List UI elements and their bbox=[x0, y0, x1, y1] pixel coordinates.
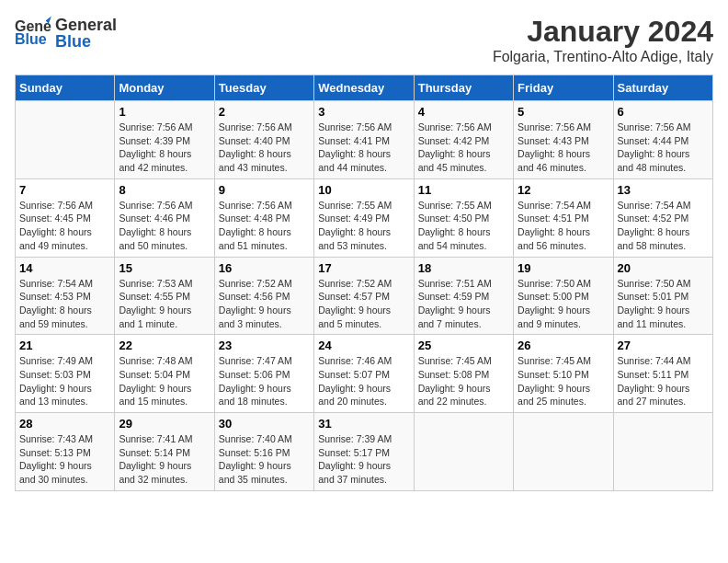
logo-blue-text: Blue bbox=[55, 33, 117, 50]
day-info: Sunrise: 7:41 AM Sunset: 5:14 PM Dayligh… bbox=[119, 432, 210, 487]
day-cell: 12Sunrise: 7:54 AM Sunset: 4:51 PM Dayli… bbox=[514, 178, 613, 257]
day-cell: 19Sunrise: 7:50 AM Sunset: 5:00 PM Dayli… bbox=[514, 257, 613, 335]
day-number: 19 bbox=[518, 261, 609, 275]
day-number: 18 bbox=[418, 261, 509, 275]
week-row-0: 1Sunrise: 7:56 AM Sunset: 4:39 PM Daylig… bbox=[16, 101, 713, 179]
day-info: Sunrise: 7:56 AM Sunset: 4:45 PM Dayligh… bbox=[19, 199, 110, 253]
day-number: 26 bbox=[518, 339, 609, 352]
day-info: Sunrise: 7:54 AM Sunset: 4:53 PM Dayligh… bbox=[19, 277, 110, 331]
day-number: 16 bbox=[219, 261, 310, 275]
day-number: 22 bbox=[119, 339, 210, 352]
day-cell: 17Sunrise: 7:52 AM Sunset: 4:57 PM Dayli… bbox=[314, 257, 414, 335]
day-cell: 4Sunrise: 7:56 AM Sunset: 4:42 PM Daylig… bbox=[414, 101, 513, 179]
day-cell: 16Sunrise: 7:52 AM Sunset: 4:56 PM Dayli… bbox=[214, 257, 313, 335]
day-cell: 22Sunrise: 7:48 AM Sunset: 5:04 PM Dayli… bbox=[115, 335, 214, 413]
day-number: 31 bbox=[318, 417, 409, 431]
day-number: 30 bbox=[219, 417, 310, 431]
day-cell: 21Sunrise: 7:49 AM Sunset: 5:03 PM Dayli… bbox=[16, 335, 115, 413]
day-number: 23 bbox=[219, 339, 310, 352]
day-info: Sunrise: 7:56 AM Sunset: 4:40 PM Dayligh… bbox=[219, 121, 310, 175]
day-info: Sunrise: 7:56 AM Sunset: 4:41 PM Dayligh… bbox=[318, 121, 409, 175]
day-info: Sunrise: 7:54 AM Sunset: 4:51 PM Dayligh… bbox=[518, 199, 609, 253]
day-number: 9 bbox=[219, 183, 310, 197]
day-cell: 9Sunrise: 7:56 AM Sunset: 4:48 PM Daylig… bbox=[214, 178, 313, 257]
day-number: 4 bbox=[418, 105, 509, 119]
day-cell: 24Sunrise: 7:46 AM Sunset: 5:07 PM Dayli… bbox=[314, 335, 414, 413]
title-block: January 2024 Folgaria, Trentino-Alto Adi… bbox=[493, 15, 713, 65]
day-info: Sunrise: 7:53 AM Sunset: 4:55 PM Dayligh… bbox=[119, 277, 210, 331]
day-cell bbox=[16, 101, 115, 179]
day-cell: 30Sunrise: 7:40 AM Sunset: 5:16 PM Dayli… bbox=[214, 413, 313, 491]
header-row: SundayMondayTuesdayWednesdayThursdayFrid… bbox=[16, 75, 713, 101]
day-cell: 18Sunrise: 7:51 AM Sunset: 4:59 PM Dayli… bbox=[414, 257, 513, 335]
day-number: 5 bbox=[518, 105, 609, 119]
day-cell: 2Sunrise: 7:56 AM Sunset: 4:40 PM Daylig… bbox=[214, 101, 313, 179]
day-cell: 29Sunrise: 7:41 AM Sunset: 5:14 PM Dayli… bbox=[115, 413, 214, 491]
day-cell: 7Sunrise: 7:56 AM Sunset: 4:45 PM Daylig… bbox=[16, 178, 115, 257]
logo-general-text: General bbox=[55, 17, 117, 33]
day-info: Sunrise: 7:51 AM Sunset: 4:59 PM Dayligh… bbox=[418, 277, 509, 331]
day-info: Sunrise: 7:43 AM Sunset: 5:13 PM Dayligh… bbox=[19, 432, 110, 487]
day-number: 12 bbox=[518, 183, 609, 197]
day-number: 28 bbox=[19, 417, 110, 431]
day-number: 20 bbox=[618, 261, 709, 275]
day-info: Sunrise: 7:56 AM Sunset: 4:43 PM Dayligh… bbox=[518, 121, 609, 175]
day-cell bbox=[414, 413, 513, 491]
header-cell-friday: Friday bbox=[514, 75, 613, 101]
calendar-table: SundayMondayTuesdayWednesdayThursdayFrid… bbox=[15, 75, 713, 491]
header-cell-tuesday: Tuesday bbox=[214, 75, 313, 101]
day-number: 3 bbox=[318, 105, 409, 119]
day-info: Sunrise: 7:45 AM Sunset: 5:10 PM Dayligh… bbox=[518, 354, 609, 408]
day-cell: 3Sunrise: 7:56 AM Sunset: 4:41 PM Daylig… bbox=[314, 101, 414, 179]
day-cell: 28Sunrise: 7:43 AM Sunset: 5:13 PM Dayli… bbox=[16, 413, 115, 491]
day-cell: 5Sunrise: 7:56 AM Sunset: 4:43 PM Daylig… bbox=[514, 101, 613, 179]
day-cell: 31Sunrise: 7:39 AM Sunset: 5:17 PM Dayli… bbox=[314, 413, 414, 491]
day-number: 15 bbox=[119, 261, 210, 275]
day-info: Sunrise: 7:52 AM Sunset: 4:57 PM Dayligh… bbox=[318, 277, 409, 331]
day-number: 8 bbox=[119, 183, 210, 197]
day-number: 25 bbox=[418, 339, 509, 352]
day-cell: 13Sunrise: 7:54 AM Sunset: 4:52 PM Dayli… bbox=[613, 178, 712, 257]
day-cell: 15Sunrise: 7:53 AM Sunset: 4:55 PM Dayli… bbox=[115, 257, 214, 335]
day-info: Sunrise: 7:40 AM Sunset: 5:16 PM Dayligh… bbox=[219, 432, 310, 487]
week-row-4: 28Sunrise: 7:43 AM Sunset: 5:13 PM Dayli… bbox=[16, 413, 713, 491]
day-number: 17 bbox=[318, 261, 409, 275]
calendar-title: January 2024 bbox=[493, 15, 713, 49]
day-cell bbox=[613, 413, 712, 491]
week-row-3: 21Sunrise: 7:49 AM Sunset: 5:03 PM Dayli… bbox=[16, 335, 713, 413]
week-row-1: 7Sunrise: 7:56 AM Sunset: 4:45 PM Daylig… bbox=[16, 178, 713, 257]
day-info: Sunrise: 7:54 AM Sunset: 4:52 PM Dayligh… bbox=[618, 199, 709, 253]
day-cell: 1Sunrise: 7:56 AM Sunset: 4:39 PM Daylig… bbox=[115, 101, 214, 179]
day-cell: 27Sunrise: 7:44 AM Sunset: 5:11 PM Dayli… bbox=[613, 335, 712, 413]
day-number: 27 bbox=[618, 339, 709, 352]
day-number: 11 bbox=[418, 183, 509, 197]
day-info: Sunrise: 7:45 AM Sunset: 5:08 PM Dayligh… bbox=[418, 354, 509, 408]
day-info: Sunrise: 7:39 AM Sunset: 5:17 PM Dayligh… bbox=[318, 432, 409, 487]
header-cell-sunday: Sunday bbox=[16, 75, 115, 101]
day-info: Sunrise: 7:56 AM Sunset: 4:39 PM Dayligh… bbox=[119, 121, 210, 175]
day-info: Sunrise: 7:49 AM Sunset: 5:03 PM Dayligh… bbox=[19, 354, 110, 408]
svg-text:Blue: Blue bbox=[15, 31, 47, 47]
day-info: Sunrise: 7:55 AM Sunset: 4:50 PM Dayligh… bbox=[418, 199, 509, 253]
day-cell: 25Sunrise: 7:45 AM Sunset: 5:08 PM Dayli… bbox=[414, 335, 513, 413]
day-cell: 10Sunrise: 7:55 AM Sunset: 4:49 PM Dayli… bbox=[314, 178, 414, 257]
day-number: 7 bbox=[19, 183, 110, 197]
day-number: 10 bbox=[318, 183, 409, 197]
day-cell: 26Sunrise: 7:45 AM Sunset: 5:10 PM Dayli… bbox=[514, 335, 613, 413]
day-info: Sunrise: 7:50 AM Sunset: 5:00 PM Dayligh… bbox=[518, 277, 609, 331]
day-number: 21 bbox=[19, 339, 110, 352]
logo-icon: General Blue bbox=[15, 15, 51, 52]
day-cell: 11Sunrise: 7:55 AM Sunset: 4:50 PM Dayli… bbox=[414, 178, 513, 257]
day-info: Sunrise: 7:47 AM Sunset: 5:06 PM Dayligh… bbox=[219, 354, 310, 408]
day-info: Sunrise: 7:50 AM Sunset: 5:01 PM Dayligh… bbox=[618, 277, 709, 331]
day-cell: 23Sunrise: 7:47 AM Sunset: 5:06 PM Dayli… bbox=[214, 335, 313, 413]
day-cell: 14Sunrise: 7:54 AM Sunset: 4:53 PM Dayli… bbox=[16, 257, 115, 335]
day-info: Sunrise: 7:48 AM Sunset: 5:04 PM Dayligh… bbox=[119, 354, 210, 408]
day-info: Sunrise: 7:44 AM Sunset: 5:11 PM Dayligh… bbox=[618, 354, 709, 408]
day-number: 29 bbox=[119, 417, 210, 431]
day-number: 14 bbox=[19, 261, 110, 275]
day-info: Sunrise: 7:56 AM Sunset: 4:44 PM Dayligh… bbox=[618, 121, 709, 175]
page-header: General Blue General Blue January 2024 F… bbox=[15, 15, 713, 65]
day-number: 2 bbox=[219, 105, 310, 119]
header-cell-wednesday: Wednesday bbox=[314, 75, 414, 101]
